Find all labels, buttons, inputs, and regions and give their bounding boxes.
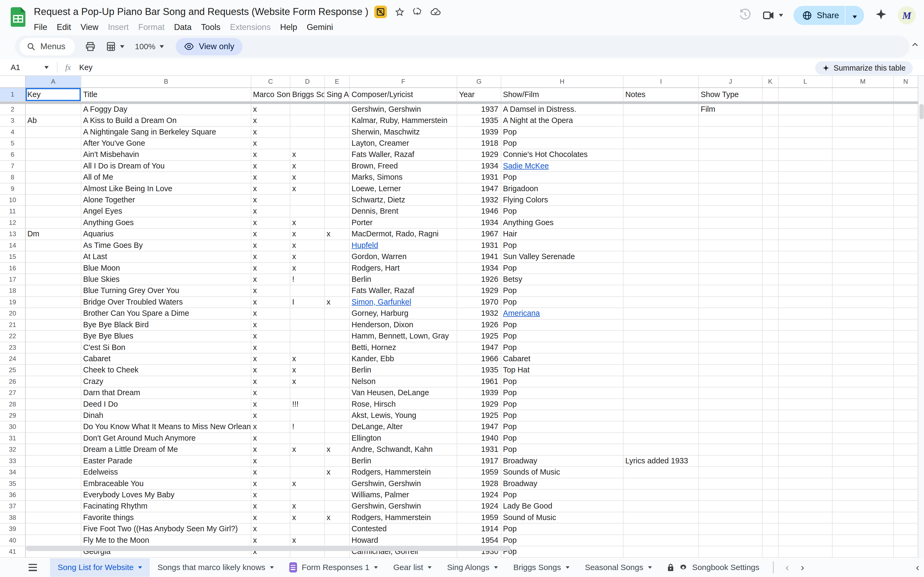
cell-D5[interactable] (290, 138, 325, 149)
cell-B18[interactable]: Blue Turning Grey Over You (81, 285, 251, 297)
cell-A30[interactable] (26, 421, 82, 433)
cell-I28[interactable] (623, 399, 699, 410)
cell-H22[interactable]: Pop (501, 331, 624, 342)
row-header-19[interactable]: 19 (0, 297, 26, 308)
cell-N19[interactable] (894, 297, 918, 308)
cell-E18[interactable] (325, 285, 350, 297)
cell-K6[interactable] (763, 149, 779, 160)
cell-A12[interactable] (26, 218, 82, 229)
cell-H29[interactable]: Pop (501, 410, 624, 421)
tab-dropdown-icon[interactable] (566, 566, 570, 569)
cell-D20[interactable] (290, 308, 325, 319)
cell-C14[interactable]: x (251, 240, 291, 251)
cell-K37[interactable] (763, 501, 779, 512)
cell-G7[interactable]: 1934 (457, 161, 501, 172)
cell-M14[interactable] (832, 240, 894, 251)
cell-J33[interactable] (699, 456, 763, 467)
cell-C16[interactable]: x (251, 263, 291, 274)
cell-K14[interactable] (763, 240, 779, 251)
cell-B20[interactable]: Brother Can You Spare a Dime (81, 308, 251, 319)
cell-link[interactable]: Americana (503, 309, 540, 318)
menu-edit[interactable]: Edit (52, 21, 76, 34)
cell-L11[interactable] (779, 206, 832, 217)
cell-D17[interactable]: ! (290, 274, 325, 285)
cell-M13[interactable] (832, 229, 894, 240)
cell-A18[interactable] (26, 285, 82, 297)
cell-A6[interactable] (26, 149, 82, 160)
cell-E25[interactable] (325, 365, 350, 376)
cell-G23[interactable]: 1947 (457, 342, 501, 353)
cell-C15[interactable]: x (251, 251, 291, 263)
cell-G9[interactable]: 1947 (457, 184, 501, 195)
cell-C7[interactable]: x (251, 161, 291, 172)
cell-E1[interactable]: Sing Al (325, 88, 350, 102)
cell-M33[interactable] (832, 456, 894, 467)
cell-M7[interactable] (832, 161, 894, 172)
table-views-icon[interactable] (106, 41, 124, 52)
cell-H18[interactable]: Pop (501, 285, 624, 297)
cell-F13[interactable]: MacDermot, Rado, Ragni (350, 229, 457, 240)
cell-H19[interactable]: Pop (501, 297, 624, 308)
cell-E23[interactable] (325, 342, 350, 353)
cell-H37[interactable]: Lady Be Good (501, 501, 624, 512)
cell-E36[interactable] (325, 490, 350, 501)
cell-M9[interactable] (832, 184, 894, 195)
menu-view[interactable]: View (76, 21, 103, 34)
cell-L24[interactable] (779, 353, 832, 365)
cell-G14[interactable]: 1931 (457, 240, 501, 251)
cell-H31[interactable]: Pop (501, 433, 624, 444)
cell-N38[interactable] (894, 512, 918, 524)
cell-I14[interactable] (623, 240, 699, 251)
row-header-21[interactable]: 21 (0, 319, 26, 331)
cell-I25[interactable] (623, 365, 699, 376)
cell-E29[interactable] (325, 410, 350, 421)
cell-I19[interactable] (623, 297, 699, 308)
column-header-A[interactable]: A (26, 76, 82, 87)
cell-M5[interactable] (832, 138, 894, 149)
cell-H9[interactable]: Brigadoon (501, 184, 624, 195)
cell-D21[interactable] (290, 319, 325, 331)
cell-K38[interactable] (763, 512, 779, 524)
cell-H15[interactable]: Sun Valley Serenade (501, 251, 624, 263)
cell-D15[interactable]: x (290, 251, 325, 263)
cell-D33[interactable] (290, 456, 325, 467)
cell-H17[interactable]: Betsy (501, 274, 624, 285)
cell-E17[interactable] (325, 274, 350, 285)
cell-J10[interactable] (699, 195, 763, 206)
cell-D2[interactable] (290, 104, 325, 115)
cell-G4[interactable]: 1939 (457, 127, 501, 138)
row-header-32[interactable]: 32 (0, 444, 26, 455)
cell-A22[interactable] (26, 331, 82, 342)
cell-M15[interactable] (832, 251, 894, 263)
row-header-15[interactable]: 15 (0, 251, 26, 263)
cell-C31[interactable]: x (251, 433, 291, 444)
cell-E7[interactable] (325, 161, 350, 172)
cell-N22[interactable] (894, 331, 918, 342)
cell-I29[interactable] (623, 410, 699, 421)
cell-G24[interactable]: 1966 (457, 353, 501, 365)
cell-L8[interactable] (779, 172, 832, 183)
column-header-D[interactable]: D (290, 76, 325, 87)
cell-G5[interactable]: 1918 (457, 138, 501, 149)
row-header-6[interactable]: 6 (0, 149, 26, 160)
cell-L38[interactable] (779, 512, 832, 524)
cell-B12[interactable]: Anything Goes (81, 218, 251, 229)
cell-K19[interactable] (763, 297, 779, 308)
cell-H7[interactable]: Sadie McKee (501, 161, 624, 172)
cell-L19[interactable] (779, 297, 832, 308)
cell-D36[interactable] (290, 490, 325, 501)
label-icon[interactable] (412, 7, 422, 17)
cell-M32[interactable] (832, 444, 894, 455)
view-only-button[interactable]: View only (175, 38, 243, 55)
cell-B26[interactable]: Crazy (81, 376, 251, 387)
cell-G39[interactable]: 1914 (457, 524, 501, 535)
cell-G29[interactable]: 1925 (457, 410, 501, 421)
cell-B1[interactable]: Title (81, 88, 251, 102)
cell-M31[interactable] (832, 433, 894, 444)
cell-H35[interactable]: Broadway (501, 478, 624, 490)
cell-K25[interactable] (763, 365, 779, 376)
cell-I20[interactable] (623, 308, 699, 319)
cell-N24[interactable] (894, 353, 918, 365)
cell-G13[interactable]: 1967 (457, 229, 501, 240)
cell-E38[interactable]: x (325, 512, 350, 524)
